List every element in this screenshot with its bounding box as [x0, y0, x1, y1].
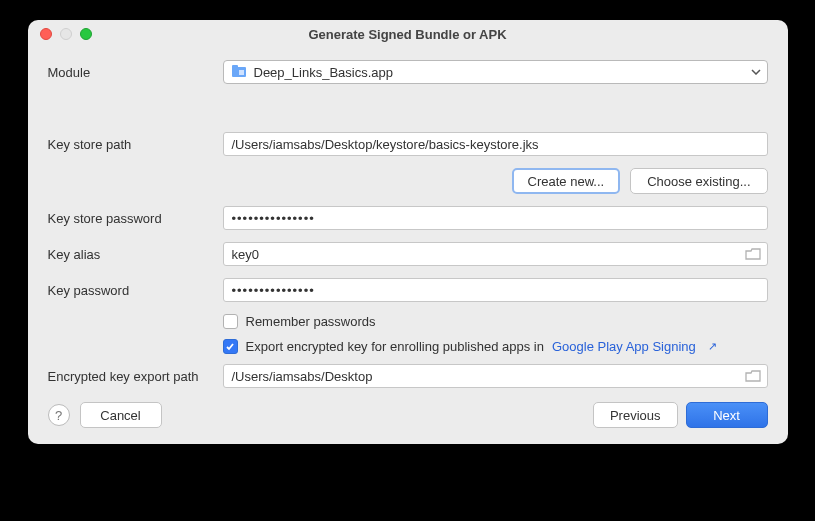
keystore-path-label: Key store path [48, 137, 223, 152]
remember-passwords-checkbox[interactable] [223, 314, 238, 329]
help-button[interactable]: ? [48, 404, 70, 426]
close-window-button[interactable] [40, 28, 52, 40]
window-title: Generate Signed Bundle or APK [28, 27, 788, 42]
export-encrypted-label: Export encrypted key for enrolling publi… [246, 339, 544, 354]
dialog-footer: ? Cancel Previous Next [48, 402, 768, 428]
next-button[interactable]: Next [686, 402, 768, 428]
keystore-password-label: Key store password [48, 211, 223, 226]
key-alias-input[interactable]: key0 [223, 242, 768, 266]
module-icon [232, 65, 248, 79]
key-password-value: ••••••••••••••• [232, 283, 315, 298]
keystore-path-value: /Users/iamsabs/Desktop/keystore/basics-k… [232, 137, 539, 152]
cancel-button[interactable]: Cancel [80, 402, 162, 428]
remember-passwords-label: Remember passwords [246, 314, 376, 329]
keystore-password-value: ••••••••••••••• [232, 211, 315, 226]
row-keystore-path: Key store path /Users/iamsabs/Desktop/ke… [48, 132, 768, 156]
row-keystore-password: Key store password ••••••••••••••• [48, 206, 768, 230]
keystore-path-buttons: Create new... Choose existing... [48, 168, 768, 194]
external-link-icon: ↗ [708, 340, 717, 353]
key-password-label: Key password [48, 283, 223, 298]
browse-alias-icon[interactable] [745, 248, 761, 260]
browse-export-path-icon[interactable] [745, 370, 761, 382]
dialog-content: Module Deep_Links_Basics.app [28, 48, 788, 444]
select-arrow-icon [751, 69, 761, 75]
encrypted-export-path-input[interactable]: /Users/iamsabs/Desktop [223, 364, 768, 388]
previous-button[interactable]: Previous [593, 402, 678, 428]
key-alias-label: Key alias [48, 247, 223, 262]
module-label: Module [48, 65, 223, 80]
encrypted-export-path-label: Encrypted key export path [48, 369, 223, 384]
key-alias-value: key0 [232, 247, 259, 262]
module-select[interactable]: Deep_Links_Basics.app [223, 60, 768, 84]
dialog-window: Generate Signed Bundle or APK Module Dee… [28, 20, 788, 444]
svg-rect-2 [239, 70, 244, 75]
row-encrypted-export-path: Encrypted key export path /Users/iamsabs… [48, 364, 768, 388]
row-export-encrypted: Export encrypted key for enrolling publi… [48, 339, 768, 354]
row-key-alias: Key alias key0 [48, 242, 768, 266]
export-encrypted-checkbox[interactable] [223, 339, 238, 354]
titlebar: Generate Signed Bundle or APK [28, 20, 788, 48]
google-play-signing-link[interactable]: Google Play App Signing [552, 339, 696, 354]
encrypted-export-path-value: /Users/iamsabs/Desktop [232, 369, 373, 384]
keystore-password-input[interactable]: ••••••••••••••• [223, 206, 768, 230]
create-new-button[interactable]: Create new... [512, 168, 621, 194]
row-remember-passwords: Remember passwords [48, 314, 768, 329]
keystore-path-input[interactable]: /Users/iamsabs/Desktop/keystore/basics-k… [223, 132, 768, 156]
choose-existing-button[interactable]: Choose existing... [630, 168, 767, 194]
module-value: Deep_Links_Basics.app [254, 65, 393, 80]
svg-rect-1 [232, 65, 238, 69]
row-key-password: Key password ••••••••••••••• [48, 278, 768, 302]
traffic-lights [28, 28, 92, 40]
key-password-input[interactable]: ••••••••••••••• [223, 278, 768, 302]
row-module: Module Deep_Links_Basics.app [48, 60, 768, 84]
minimize-window-button[interactable] [60, 28, 72, 40]
zoom-window-button[interactable] [80, 28, 92, 40]
